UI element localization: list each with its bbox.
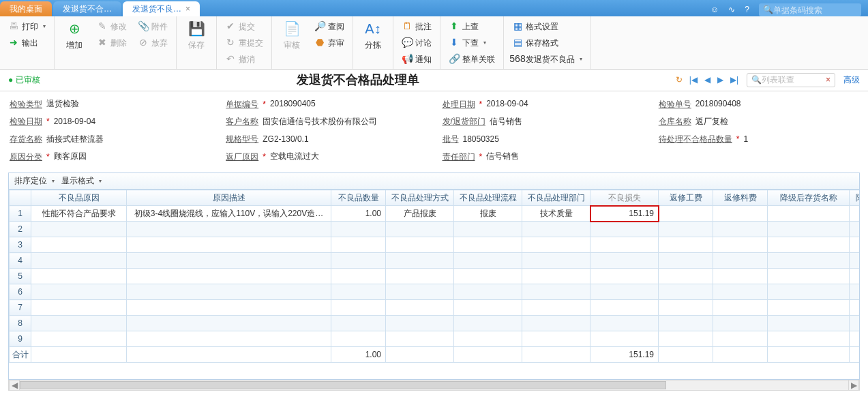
table-row[interactable]: 6 bbox=[10, 284, 860, 300]
table-row[interactable]: 2 bbox=[10, 222, 860, 237]
label: 附件 bbox=[151, 21, 168, 33]
abandon-button[interactable]: ⊘放弃 bbox=[135, 35, 170, 50]
label: 通知 bbox=[415, 54, 432, 65]
addnew-button[interactable]: ⊕增加 bbox=[60, 19, 89, 51]
plus-circle-icon: ⊕ bbox=[65, 19, 84, 38]
help-icon[interactable]: ? bbox=[745, 4, 749, 16]
col-repair-labor[interactable]: 返修工费 bbox=[659, 190, 713, 206]
relation-button[interactable]: 🔗整单关联 bbox=[446, 52, 498, 67]
barcode-search-input[interactable] bbox=[773, 5, 857, 15]
col-defect-reason[interactable]: 不良品原因 bbox=[31, 190, 127, 206]
col-repair-material[interactable]: 返修料费 bbox=[713, 190, 768, 206]
note-icon: 🗒 bbox=[402, 21, 413, 32]
scroll-left-icon[interactable]: ◀ bbox=[9, 380, 20, 390]
resp-dept-value: 信号销售 bbox=[486, 151, 519, 163]
col-defect-qty[interactable]: 不良品数量 bbox=[331, 190, 386, 206]
smile-icon[interactable]: ☺ bbox=[710, 4, 719, 16]
advanced-link[interactable]: 高级 bbox=[843, 74, 860, 86]
close-icon[interactable]: × bbox=[185, 3, 190, 15]
col-defect-loss[interactable]: 不良损失 bbox=[590, 190, 659, 206]
batch-approve-button[interactable]: 🗒批注 bbox=[399, 19, 434, 34]
sort-pos-button[interactable]: 排序定位 bbox=[14, 175, 55, 187]
save-button[interactable]: 💾保存 bbox=[182, 19, 211, 51]
resubmit-button[interactable]: ↻重提交 bbox=[222, 35, 266, 50]
cell[interactable] bbox=[768, 206, 850, 222]
sort-az-icon: A↕ bbox=[363, 19, 383, 38]
list-search[interactable]: 🔍 × bbox=[747, 73, 835, 87]
sort-button[interactable]: A↕分拣 bbox=[359, 19, 387, 51]
prev-record-icon[interactable]: ◀ bbox=[704, 74, 710, 86]
print-button[interactable]: 🖶打印 bbox=[5, 19, 48, 34]
label: 排序定位 bbox=[14, 175, 47, 187]
cell-process-way[interactable]: 产品报废 bbox=[386, 206, 454, 222]
table-row[interactable]: 3 bbox=[10, 237, 860, 253]
display-format-button[interactable]: 显示格式 bbox=[61, 175, 102, 187]
table-row[interactable]: 8 bbox=[10, 316, 860, 331]
col-process-dept[interactable]: 不良品处理部门 bbox=[522, 190, 590, 206]
query-button[interactable]: 🔎查阅 bbox=[312, 19, 347, 34]
col-reason-desc[interactable]: 原因描述 bbox=[127, 190, 331, 206]
output-button[interactable]: ➜输出 bbox=[5, 35, 48, 50]
scroll-thumb[interactable] bbox=[20, 381, 666, 389]
required-mark: * bbox=[479, 151, 483, 163]
required-mark: * bbox=[263, 151, 266, 163]
table-row[interactable]: 9 bbox=[10, 331, 860, 347]
label: 修改 bbox=[110, 21, 127, 33]
col-downgrade-name[interactable]: 降级后存货名称 bbox=[768, 190, 850, 206]
arrow-down-icon: ⬇ bbox=[449, 38, 460, 48]
trace-down-button[interactable]: ⬇下查 bbox=[446, 35, 498, 50]
cell-process-flow[interactable]: 报废 bbox=[454, 206, 522, 222]
process-date-value: 2018-09-04 bbox=[486, 98, 528, 110]
link-icon[interactable]: ∿ bbox=[728, 4, 735, 16]
stamp-icon: 📄 bbox=[282, 19, 301, 38]
modify-button[interactable]: ✎修改 bbox=[94, 19, 130, 34]
list-search-input[interactable] bbox=[762, 75, 826, 85]
cell-defect-qty[interactable]: 1.00 bbox=[331, 206, 386, 222]
scroll-right-icon[interactable]: ▶ bbox=[848, 380, 859, 390]
cell-process-dept[interactable]: 技术质量 bbox=[522, 206, 590, 222]
cell-reason-desc[interactable]: 初级3-4线圈烧混线，应输入110V，误输入220V造… bbox=[127, 206, 331, 222]
cell-defect-loss[interactable]: 151.19 bbox=[590, 206, 659, 222]
refresh-icon[interactable]: ↻ bbox=[676, 74, 683, 86]
table-row[interactable]: 4 bbox=[10, 253, 860, 269]
col-process-way[interactable]: 不良品处理方式 bbox=[386, 190, 454, 206]
tab-desktop[interactable]: 我的桌面 bbox=[0, 1, 52, 16]
cell[interactable] bbox=[659, 206, 713, 222]
clear-icon[interactable]: × bbox=[826, 74, 830, 86]
submit-button[interactable]: ✔提交 bbox=[222, 19, 266, 34]
col-more[interactable]: 降 bbox=[850, 190, 860, 206]
table-row[interactable]: 5 bbox=[10, 269, 860, 284]
col-process-flow[interactable]: 不良品处理流程 bbox=[454, 190, 522, 206]
table-row[interactable]: 7 bbox=[10, 300, 860, 316]
first-record-icon[interactable]: |◀ bbox=[689, 74, 698, 86]
delete-button[interactable]: ✖删除 bbox=[94, 35, 130, 50]
header-right-icons: ☺ ∿ ? 🔍 bbox=[710, 3, 868, 16]
tab-doc-1[interactable]: 发退货不合… bbox=[53, 1, 121, 16]
discard-audit-button[interactable]: ⬣弃审 bbox=[312, 35, 347, 50]
last-record-icon[interactable]: ▶| bbox=[730, 74, 738, 86]
revoke-button[interactable]: ↶撤消 bbox=[222, 52, 266, 67]
label: 保存格式 bbox=[526, 38, 558, 49]
audit-button[interactable]: 📄审核 bbox=[278, 19, 306, 51]
table-row[interactable]: 1 性能不符合产品要求 初级3-4线圈烧混线，应输入110V，误输入220V造…… bbox=[10, 206, 860, 222]
cell-defect-reason[interactable]: 性能不符合产品要求 bbox=[31, 206, 127, 222]
discuss-button[interactable]: 💬讨论 bbox=[399, 35, 434, 50]
grid-toolbar: 排序定位 显示格式 bbox=[8, 172, 860, 189]
total-qty: 1.00 bbox=[331, 347, 386, 363]
next-record-icon[interactable]: ▶ bbox=[717, 74, 723, 86]
tab-doc-2[interactable]: 发退货不良…× bbox=[123, 1, 200, 16]
notify-button[interactable]: 📢通知 bbox=[399, 52, 434, 67]
cell[interactable] bbox=[713, 206, 768, 222]
horizontal-scrollbar[interactable]: ◀ ▶ bbox=[8, 380, 860, 391]
doc-no-label: 单据编号 bbox=[226, 99, 258, 110]
defect-link-button[interactable]: 568发退货不良品 bbox=[509, 52, 585, 67]
trace-up-button[interactable]: ⬆上查 bbox=[446, 19, 498, 34]
cell[interactable] bbox=[850, 206, 860, 222]
required-mark: * bbox=[263, 99, 266, 110]
save-format-button[interactable]: ▤保存格式 bbox=[509, 35, 585, 50]
detail-grid[interactable]: 不良品原因 原因描述 不良品数量 不良品处理方式 不良品处理流程 不良品处理部门… bbox=[8, 189, 860, 380]
tab-label: 我的桌面 bbox=[10, 3, 42, 15]
attachment-button[interactable]: 📎附件 bbox=[135, 19, 170, 34]
format-set-button[interactable]: ▦格式设置 bbox=[509, 19, 585, 34]
barcode-search[interactable]: 🔍 bbox=[759, 3, 861, 16]
